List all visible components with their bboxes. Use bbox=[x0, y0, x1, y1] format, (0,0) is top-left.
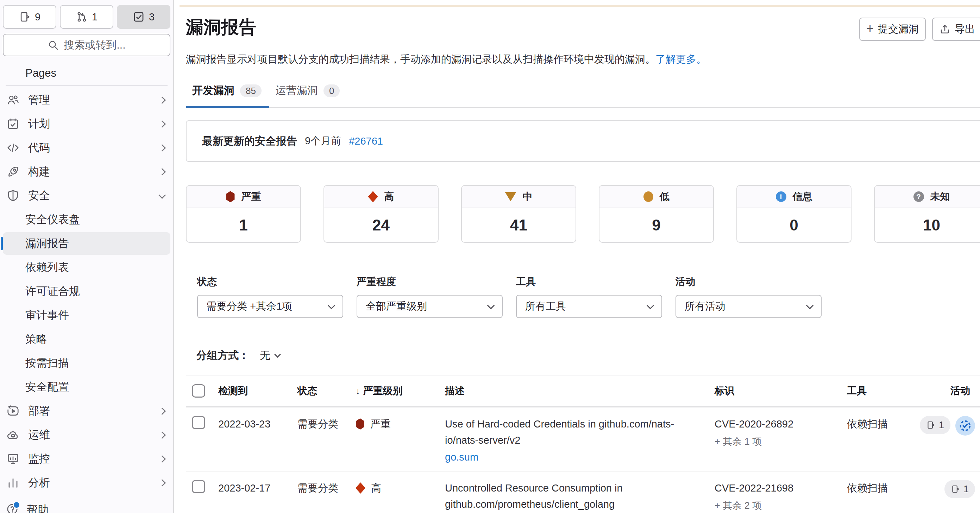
severity-critical-icon bbox=[226, 191, 235, 202]
sidebar-item-manage[interactable]: 管理 bbox=[3, 89, 170, 111]
sidebar-item-security-configuration[interactable]: 安全配置 bbox=[3, 376, 170, 398]
report-tabs: 开发漏洞 85 运营漏洞 0 bbox=[186, 83, 980, 108]
row-checkbox[interactable] bbox=[192, 416, 205, 429]
cve-id: CVE-2022-21698 bbox=[714, 480, 841, 496]
activity-cell: 1 bbox=[945, 416, 980, 435]
tool-filter-dropdown[interactable]: 所有工具 bbox=[516, 295, 662, 318]
sidebar-item-operate[interactable]: 运维 bbox=[3, 424, 170, 446]
export-icon bbox=[939, 24, 950, 35]
pipeline-link[interactable]: #26761 bbox=[349, 135, 383, 147]
sidebar: 9 1 3 搜索或转到... Pages 管理 bbox=[0, 0, 174, 513]
sidebar-divider bbox=[6, 85, 167, 86]
users-icon bbox=[6, 93, 20, 106]
col-detected: 检测到 bbox=[212, 384, 291, 398]
sidebar-item-label: 管理 bbox=[28, 92, 50, 107]
col-severity[interactable]: ↓严重级别 bbox=[350, 384, 439, 398]
main-content: 漏洞报告 + 提交漏洞 导出 漏洞报告显示对项目默认分支的成功扫描结果，手动添加… bbox=[174, 0, 980, 513]
detected-date: 2023-02-17 bbox=[212, 480, 275, 496]
severity-card-critical: 严重 1 bbox=[186, 185, 301, 243]
severity-medium-icon bbox=[505, 192, 516, 201]
chevron-right-icon bbox=[158, 96, 166, 103]
todos-shortcut-button[interactable]: 3 bbox=[117, 5, 170, 29]
learn-more-link[interactable]: 了解更多。 bbox=[655, 54, 706, 65]
sidebar-item-security-dashboard[interactable]: 安全仪表盘 bbox=[3, 208, 170, 231]
tab-count-badge: 85 bbox=[240, 84, 261, 97]
sidebar-item-code[interactable]: 代码 bbox=[3, 137, 170, 159]
sidebar-pinned-shortcuts: 9 1 3 bbox=[0, 0, 173, 32]
sidebar-item-label: 运维 bbox=[28, 427, 50, 442]
chevron-down-icon bbox=[158, 191, 166, 199]
severity-card-value: 24 bbox=[324, 208, 438, 242]
sidebar-item-license-compliance[interactable]: 许可证合规 bbox=[3, 280, 170, 303]
sidebar-item-vulnerability-report[interactable]: 漏洞报告 bbox=[3, 232, 170, 255]
search-placeholder: 搜索或转到... bbox=[64, 38, 125, 52]
severity-card-value: 1 bbox=[186, 208, 300, 242]
row-checkbox[interactable] bbox=[192, 480, 205, 493]
issues-count: 9 bbox=[35, 11, 40, 23]
help-button[interactable]: 帮助 bbox=[0, 497, 172, 513]
sidebar-item-monitor[interactable]: 监控 bbox=[3, 448, 170, 470]
help-icon bbox=[6, 502, 19, 513]
group-by-row: 分组方式： 无 bbox=[196, 348, 980, 363]
select-all-checkbox[interactable] bbox=[192, 384, 205, 398]
sidebar-item-deploy[interactable]: 部署 bbox=[3, 400, 170, 422]
merge-requests-shortcut-button[interactable]: 1 bbox=[60, 5, 113, 29]
search-input[interactable]: 搜索或转到... bbox=[3, 34, 170, 56]
description-cell: Uncontrolled Resource Consumption in git… bbox=[439, 480, 691, 513]
sidebar-item-label: 分析 bbox=[28, 475, 50, 490]
sidebar-item-label: 构建 bbox=[28, 164, 50, 179]
status-value: 需要分类 bbox=[291, 480, 350, 496]
table-row: 2022-03-23 需要分类 严重 Use of Hard-coded Cre… bbox=[186, 407, 980, 472]
latest-report-banner: 最新更新的安全报告 9个月前 #26761 bbox=[186, 120, 980, 162]
severity-card-value: 10 bbox=[875, 208, 980, 242]
sidebar-item-dependency-list[interactable]: 依赖列表 bbox=[3, 256, 170, 279]
severity-critical-icon bbox=[356, 418, 365, 430]
linked-issues-badge[interactable]: 1 bbox=[945, 480, 975, 498]
sidebar-item-build[interactable]: 构建 bbox=[3, 160, 170, 183]
file-link[interactable]: go.sum bbox=[445, 449, 478, 465]
col-status: 状态 bbox=[291, 384, 350, 398]
vulnerability-title[interactable]: Use of Hard-coded Credentials in github.… bbox=[445, 418, 674, 446]
chevron-right-icon bbox=[158, 455, 166, 462]
tab-development-vulnerabilities[interactable]: 开发漏洞 85 bbox=[186, 83, 269, 107]
filter-activity: 活动 所有活动 bbox=[676, 275, 822, 318]
chevron-right-icon bbox=[158, 431, 166, 438]
activity-filter-dropdown[interactable]: 所有活动 bbox=[676, 295, 822, 318]
sidebar-item-audit-events[interactable]: 审计事件 bbox=[3, 304, 170, 327]
export-button[interactable]: 导出 bbox=[932, 17, 980, 41]
sidebar-item-on-demand-scans[interactable]: 按需扫描 bbox=[3, 352, 170, 374]
filter-tool: 工具 所有工具 bbox=[516, 275, 662, 318]
page-actions: + 提交漏洞 导出 bbox=[859, 17, 980, 41]
chart-icon bbox=[6, 476, 20, 489]
help-label: 帮助 bbox=[27, 502, 49, 513]
severity-card-unknown: ?未知 10 bbox=[874, 185, 980, 243]
severity-unknown-icon: ? bbox=[913, 191, 924, 202]
merge-requests-count: 1 bbox=[92, 11, 97, 23]
sidebar-item-plan[interactable]: 计划 bbox=[3, 113, 170, 135]
shield-icon bbox=[6, 189, 20, 202]
sidebar-nav: 管理 计划 代码 构建 安全 bbox=[0, 89, 173, 494]
linked-issues-badge[interactable]: 1 bbox=[920, 416, 950, 434]
vulnerability-title[interactable]: Uncontrolled Resource Consumption in git… bbox=[445, 483, 623, 510]
identifier-cell: CVE-2022-21698+ 其余 2 项 bbox=[709, 480, 841, 513]
status-filter-dropdown[interactable]: 需要分类 +其余1项 bbox=[197, 295, 343, 318]
issues-shortcut-button[interactable]: 9 bbox=[3, 5, 56, 29]
page-description: 漏洞报告显示对项目默认分支的成功扫描结果，手动添加的漏洞记录以及从扫描操作环境中… bbox=[186, 52, 980, 67]
severity-cell: 高 bbox=[350, 480, 439, 496]
severity-card-value: 0 bbox=[737, 208, 851, 242]
sidebar-item-policies[interactable]: 策略 bbox=[3, 328, 170, 351]
submit-vulnerability-button[interactable]: + 提交漏洞 bbox=[859, 17, 926, 41]
sidebar-item-secure[interactable]: 安全 bbox=[3, 184, 170, 207]
plus-icon: + bbox=[866, 22, 874, 35]
severity-high-icon bbox=[356, 483, 365, 494]
severity-filter-dropdown[interactable]: 全部严重级别 bbox=[356, 295, 503, 318]
sidebar-item-label: 监控 bbox=[28, 451, 50, 466]
chevron-down-icon bbox=[328, 302, 335, 309]
chevron-right-icon bbox=[158, 120, 166, 127]
col-tool: 工具 bbox=[841, 384, 945, 398]
sidebar-item-analyze[interactable]: 分析 bbox=[3, 472, 170, 494]
group-by-dropdown[interactable]: 无 bbox=[260, 348, 280, 363]
table-row: 2023-02-17 需要分类 高 Uncontrolled Resource … bbox=[186, 472, 980, 513]
tab-operational-vulnerabilities[interactable]: 运营漏洞 0 bbox=[269, 83, 347, 107]
severity-info-icon: i bbox=[776, 191, 786, 202]
